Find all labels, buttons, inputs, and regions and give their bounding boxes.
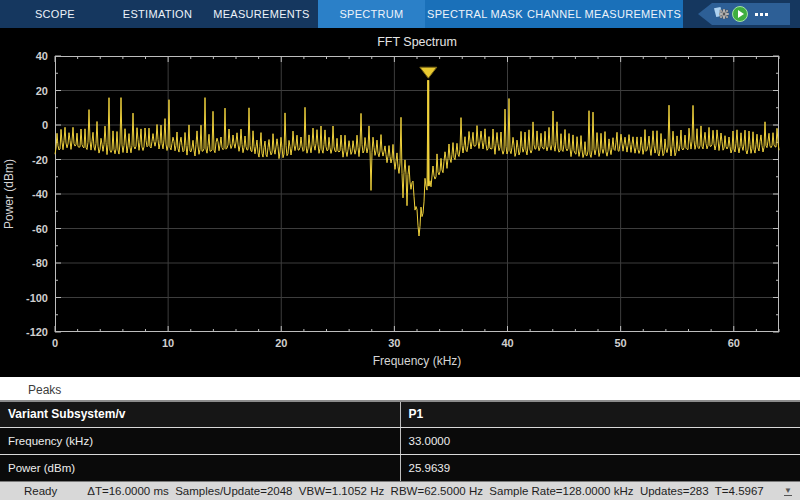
toolbar-quick-actions (698, 3, 790, 25)
x-tick-label: 20 (275, 337, 287, 349)
x-axis-label: Frequency (kHz) (373, 354, 462, 368)
x-tick-label: 50 (615, 337, 627, 349)
status-stats: ΔT=16.0000 ms Samples/Update=2048 VBW=1.… (87, 485, 763, 497)
status-bar: Ready ΔT=16.0000 ms Samples/Update=2048 … (0, 481, 800, 500)
tab-spectrum[interactable]: SPECTRUM (318, 0, 425, 28)
table-row: Frequency (kHz) 33.0000 (0, 427, 800, 454)
x-tick-label: 60 (728, 337, 740, 349)
y-tick-label: 0 (42, 119, 48, 131)
spectrum-plot[interactable]: FFT Spectrum 010203040506040200-20-40-60… (0, 28, 800, 377)
y-axis-label: Power (dBm) (2, 159, 16, 229)
y-tick-label: -20 (32, 154, 48, 166)
peaks-col-source[interactable]: Variant Subsystem/v (0, 401, 400, 427)
peaks-table: Variant Subsystem/v P1 Frequency (kHz) 3… (0, 400, 800, 482)
y-tick-label: -60 (32, 223, 48, 235)
status-state: Ready (24, 485, 57, 497)
tab-scope[interactable]: SCOPE (0, 0, 110, 28)
peaks-table-header-row: Variant Subsystem/v P1 (0, 401, 800, 427)
y-tick-label: -40 (32, 188, 48, 200)
gear-icon (719, 5, 729, 23)
x-tick-label: 10 (162, 337, 174, 349)
tab-estimation[interactable]: ESTIMATION (110, 0, 205, 28)
simulink-block-icon[interactable] (713, 6, 728, 22)
fft-spectrum-chart: 010203040506040200-20-40-60-80-100-120Fr… (0, 28, 800, 377)
plot-title: FFT Spectrum (55, 35, 779, 49)
y-tick-label: -80 (32, 257, 48, 269)
peak-frequency-label: Frequency (kHz) (0, 427, 400, 454)
y-tick-label: -100 (26, 292, 48, 304)
peaks-panel-header: Peaks (0, 377, 800, 400)
peaks-col-p1[interactable]: P1 (400, 401, 800, 427)
peaks-panel-title: Peaks (28, 383, 61, 397)
tab-measurements[interactable]: MEASUREMENTS (205, 0, 318, 28)
peak-power-label: Power (dBm) (0, 454, 400, 481)
peak-power-value: 25.9639 (400, 454, 800, 481)
x-tick-label: 30 (388, 337, 400, 349)
spectrum-analyzer-window: SCOPE ESTIMATION MEASUREMENTS SPECTRUM S… (0, 0, 800, 500)
more-options-button[interactable] (755, 13, 768, 16)
collapse-statusbar-icon[interactable]: ▼ (784, 486, 792, 496)
x-tick-label: 0 (52, 337, 58, 349)
peak-frequency-value: 33.0000 (400, 427, 800, 454)
spectrum-trace (55, 80, 779, 236)
table-row: Power (dBm) 25.9639 (0, 454, 800, 481)
y-tick-label: 20 (36, 85, 48, 97)
run-button[interactable] (732, 6, 748, 22)
y-tick-label: 40 (36, 50, 48, 62)
y-tick-label: -120 (26, 326, 48, 338)
tab-spectral-mask[interactable]: SPECTRAL MASK (425, 0, 525, 28)
peak-marker (420, 67, 437, 78)
toolbar: SCOPE ESTIMATION MEASUREMENTS SPECTRUM S… (0, 0, 800, 28)
tab-group-spectrum: SPECTRUM SPECTRAL MASK CHANNEL MEASUREME… (318, 0, 683, 28)
x-tick-label: 40 (501, 337, 513, 349)
tab-channel-measurements[interactable]: CHANNEL MEASUREMENTS (525, 0, 683, 28)
